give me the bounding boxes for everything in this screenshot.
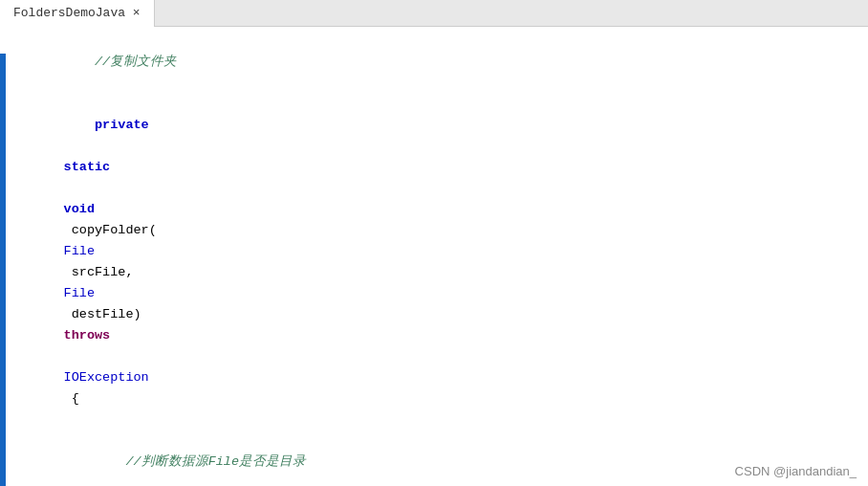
code-text xyxy=(64,181,72,195)
file-tab[interactable]: FoldersDemoJava × xyxy=(0,0,155,27)
type: File xyxy=(64,286,95,300)
code-line: //复制文件夹 xyxy=(0,31,868,94)
code-text: { xyxy=(64,391,79,406)
left-bar xyxy=(0,54,6,486)
keyword: private xyxy=(64,118,149,132)
throws-keyword: throws xyxy=(64,328,111,342)
comment: 是否是目录 xyxy=(239,454,306,469)
code-text xyxy=(64,139,72,153)
code-text: destFile) xyxy=(64,307,149,321)
keyword: static xyxy=(64,160,111,174)
type: IOException xyxy=(64,370,149,385)
code-text xyxy=(64,349,72,364)
code-text: srcFile, xyxy=(64,265,141,279)
type: File xyxy=(64,244,95,258)
watermark: CSDN @jiandandian_ xyxy=(735,464,857,478)
code-text: copyFolder( xyxy=(64,223,157,237)
comment-italic: File xyxy=(208,454,239,469)
code-line: private static void copyFolder( File src… xyxy=(0,94,868,431)
code-area: //复制文件夹 private static void copyFolder( … xyxy=(0,27,868,486)
tab-label: FoldersDemoJava × xyxy=(13,6,141,20)
comment: //判断数据源 xyxy=(64,454,208,469)
keyword: void xyxy=(64,202,95,216)
comment: //复制文件夹 xyxy=(64,55,178,69)
tab-bar: FoldersDemoJava × xyxy=(0,0,868,27)
